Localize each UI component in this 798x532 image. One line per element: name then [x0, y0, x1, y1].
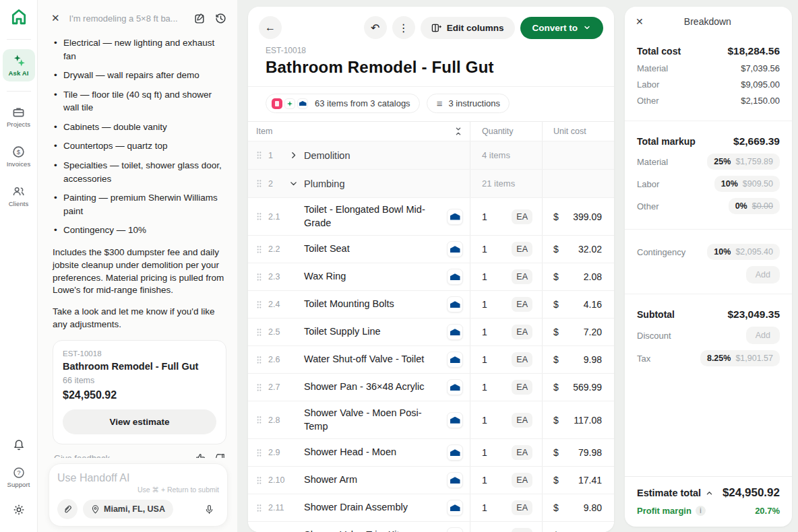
unit-cost-value[interactable]: 399.09 [573, 211, 602, 222]
sidebar-item-clients[interactable]: Clients [3, 180, 35, 212]
table-row[interactable]: 2.12 Shower Valve Trim Kit 1EA $154.52 [248, 522, 614, 532]
drag-handle-icon[interactable] [256, 355, 262, 365]
quantity-value[interactable]: 1 [482, 271, 512, 282]
location-selector[interactable]: Miami, FL, USA [83, 500, 173, 519]
sidebar-item-ask-ai[interactable]: Ask AI [3, 49, 35, 81]
drag-handle-icon[interactable] [256, 150, 262, 160]
mic-button[interactable] [199, 499, 219, 519]
drag-handle-icon[interactable] [256, 475, 262, 486]
table-row[interactable]: 2.1 Toilet - Elongated Bowl Mid-Grade 1E… [248, 198, 614, 236]
lowes-catalog-icon[interactable] [447, 352, 463, 368]
sidebar-item-support[interactable]: ? Support [3, 462, 35, 493]
unit-cost-value[interactable]: 79.98 [578, 447, 602, 458]
drag-handle-icon[interactable] [256, 383, 262, 393]
unit-cost-value[interactable]: 117.08 [574, 415, 602, 426]
estimate-card[interactable]: EST-10018 Bathroom Remodel - Full Gut 66… [53, 340, 226, 444]
unit-cost-value[interactable]: 569.99 [573, 382, 602, 393]
table-row[interactable]: 2.3 Wax Ring 1EA $2.08 [248, 263, 614, 291]
contingency-pill[interactable]: 10% $2,095.40 [707, 244, 780, 260]
unit-cost-value[interactable]: 9.80 [584, 502, 602, 513]
table-row[interactable]: 2.8 Shower Valve - Moen Posi-Temp 1EA $1… [248, 401, 614, 439]
table-row[interactable]: 2.4 Toilet Mounting Bolts 1EA $4.16 [248, 291, 614, 319]
item-name[interactable]: Shower Pan - 36×48 Acrylic [304, 380, 425, 394]
more-options-button[interactable]: ⋮ [392, 16, 415, 39]
thumbs-down-icon[interactable] [214, 453, 225, 458]
item-name[interactable]: Shower Head - Moen [304, 446, 396, 459]
quantity-value[interactable]: 1 [482, 382, 512, 393]
collapse-icon[interactable] [289, 179, 304, 188]
handoff-logo[interactable] [9, 7, 29, 27]
unit-badge[interactable]: EA [512, 380, 532, 395]
item-name[interactable]: Toilet Seat [304, 242, 350, 256]
chat-input[interactable] [57, 472, 219, 484]
unit-cost-value[interactable]: 7.20 [584, 327, 602, 337]
table-row-group[interactable]: 1 Demolition 4 items [248, 141, 614, 170]
unit-cost-value[interactable]: 9.98 [584, 354, 602, 365]
table-row[interactable]: 2.2 Toilet Seat 1EA $32.02 [248, 236, 614, 263]
add-discount-button[interactable]: Add [746, 327, 780, 344]
unit-cost-value[interactable]: 2.08 [584, 271, 602, 282]
drag-handle-icon[interactable] [256, 178, 262, 189]
quantity-value[interactable]: 1 [482, 415, 512, 426]
quantity-value[interactable]: 1 [482, 211, 512, 222]
item-name[interactable]: Shower Valve - Moen Posi-Temp [304, 407, 429, 433]
history-icon[interactable] [214, 11, 228, 26]
unit-badge[interactable]: EA [512, 325, 532, 339]
lowes-catalog-icon[interactable] [447, 324, 463, 340]
add-contingency-button[interactable]: Add [746, 266, 780, 284]
estimate-total-toggle[interactable]: Estimate total [637, 488, 713, 498]
column-header-unit-cost[interactable]: Unit cost [553, 127, 586, 136]
quantity-value[interactable]: 1 [482, 354, 512, 365]
undo-button[interactable]: ↶ [364, 16, 387, 39]
settings-button[interactable] [13, 504, 25, 516]
catalogs-pill[interactable]: 63 items from 3 catalogs [266, 94, 420, 113]
back-button[interactable]: ← [259, 16, 282, 39]
item-name[interactable]: Shower Arm [304, 473, 357, 487]
group-name[interactable]: Demolition [304, 150, 350, 161]
table-row[interactable]: 2.11 Shower Drain Assembly 1EA $9.80 [248, 494, 614, 522]
drag-handle-icon[interactable] [256, 327, 262, 337]
convert-to-button[interactable]: Convert to [520, 17, 604, 39]
unit-badge[interactable]: EA [512, 473, 532, 488]
unit-badge[interactable]: EA [512, 500, 532, 515]
item-name[interactable]: Water Shut-off Valve - Toilet [304, 353, 424, 366]
attach-button[interactable] [57, 499, 78, 519]
unit-badge[interactable]: EA [512, 445, 532, 460]
drag-handle-icon[interactable] [256, 211, 262, 222]
close-chat-icon[interactable]: ✕ [49, 11, 63, 26]
labor-markup-pill[interactable]: 10% $909.50 [714, 176, 780, 192]
quantity-value[interactable]: 1 [482, 299, 512, 310]
unit-cost-value[interactable]: 32.02 [578, 244, 602, 255]
table-row[interactable]: 2.5 Toilet Supply Line 1EA $7.20 [248, 319, 614, 346]
lowes-catalog-icon[interactable] [447, 379, 463, 395]
unit-badge[interactable]: EA [512, 269, 532, 284]
drag-handle-icon[interactable] [256, 448, 262, 458]
quantity-value[interactable]: 1 [482, 244, 512, 255]
unit-cost-value[interactable]: 4.16 [584, 299, 602, 310]
conversation-title[interactable]: I'm remodeling a 5×8 ft ba... [69, 13, 186, 24]
sidebar-item-projects[interactable]: Projects [3, 101, 35, 133]
close-breakdown-icon[interactable]: ✕ [636, 16, 644, 27]
unit-badge[interactable]: EA [512, 352, 532, 367]
lowes-catalog-icon[interactable] [447, 527, 463, 532]
new-chat-icon[interactable] [193, 11, 207, 26]
item-name[interactable]: Wax Ring [304, 270, 346, 284]
lowes-catalog-icon[interactable] [447, 209, 463, 225]
lowes-catalog-icon[interactable] [447, 472, 463, 488]
lowes-catalog-icon[interactable] [447, 241, 463, 257]
thumbs-up-icon[interactable] [195, 453, 206, 458]
quantity-value[interactable]: 1 [482, 327, 512, 337]
collapse-all-icon[interactable] [454, 127, 463, 136]
unit-badge[interactable]: EA [512, 242, 532, 257]
column-header-quantity[interactable]: Quantity [482, 127, 514, 136]
tax-pill[interactable]: 8.25% $1,901.57 [700, 350, 780, 366]
table-row[interactable]: 2.7 Shower Pan - 36×48 Acrylic 1EA $569.… [248, 374, 614, 401]
unit-badge[interactable]: EA [512, 297, 532, 312]
lowes-catalog-icon[interactable] [447, 412, 463, 428]
column-header-item[interactable]: Item [256, 127, 272, 136]
lowes-catalog-icon[interactable] [447, 500, 463, 516]
table-row-group[interactable]: 2 Plumbing 21 items [248, 170, 614, 198]
lowes-catalog-icon[interactable] [447, 296, 463, 312]
lowes-catalog-icon[interactable] [447, 444, 463, 461]
item-name[interactable]: Toilet Supply Line [304, 325, 381, 339]
